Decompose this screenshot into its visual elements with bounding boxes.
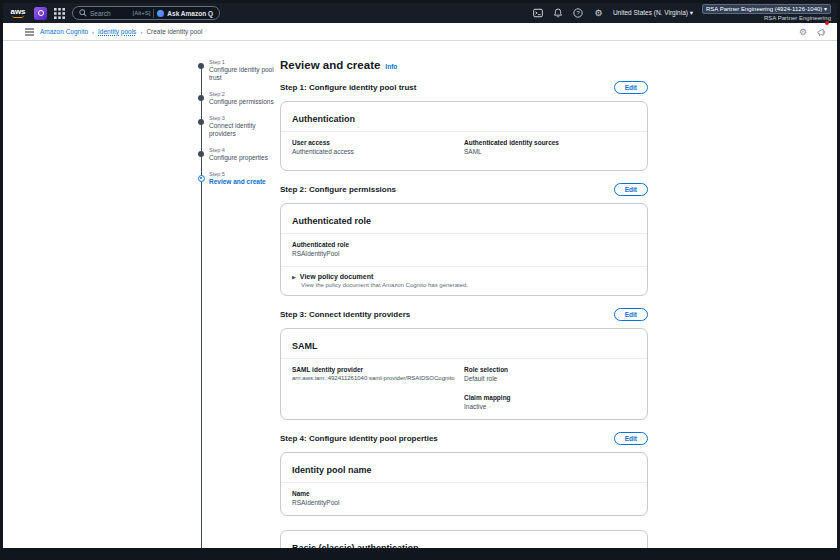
breadcrumb: Amazon Cognito › Identity pools › Create… bbox=[40, 28, 202, 35]
notifications-bell-icon[interactable] bbox=[553, 8, 564, 19]
field-label: Authenticated role bbox=[292, 240, 636, 249]
step-bullet bbox=[198, 151, 204, 157]
identity-pool-name-card: Identity pool name Name RSAIdentityPool bbox=[280, 452, 648, 516]
field-value: Default role bbox=[464, 374, 636, 383]
amazon-q-icon bbox=[157, 10, 164, 17]
edit-step1-button[interactable]: Edit bbox=[614, 81, 648, 94]
edit-step2-button[interactable]: Edit bbox=[614, 183, 648, 196]
step-bullet bbox=[198, 63, 204, 69]
step-bullet bbox=[198, 119, 204, 125]
page-settings-gear-icon[interactable]: ⚙ bbox=[799, 27, 807, 37]
cognito-service-icon[interactable] bbox=[34, 7, 47, 20]
card-header-saml: SAML bbox=[292, 341, 318, 351]
section-title-step1: Step 1: Configure identity pool trust bbox=[280, 83, 416, 92]
breadcrumb-identity-pools[interactable]: Identity pools bbox=[98, 28, 136, 35]
expander-title: View policy document bbox=[300, 273, 373, 280]
field-label: Name bbox=[292, 489, 636, 498]
search-input[interactable] bbox=[90, 10, 130, 17]
breadcrumb-separator: › bbox=[92, 29, 94, 35]
ask-amazon-q-button[interactable]: Ask Amazon Q bbox=[157, 10, 215, 17]
account-menu[interactable]: RSA Partner Engineering (4924-1126-1040)… bbox=[702, 4, 831, 14]
field-label: SAML identity provider bbox=[292, 365, 464, 374]
divider bbox=[153, 9, 154, 18]
saml-card: SAML SAML identity provider arn:aws:iam:… bbox=[280, 328, 648, 420]
field-value: RSAIdentityPool bbox=[292, 498, 636, 507]
notification-dot bbox=[825, 21, 829, 25]
search-icon bbox=[79, 9, 87, 17]
wizard-step-4[interactable]: Step 4 Configure properties bbox=[209, 147, 280, 162]
breadcrumb-separator: › bbox=[140, 29, 142, 35]
card-header-authenticated-role: Authenticated role bbox=[292, 216, 371, 226]
hamburger-menu-icon[interactable] bbox=[25, 28, 34, 36]
app-window: aws [Alt+S] Ask Amazon Q ? bbox=[0, 0, 840, 560]
services-grid-icon[interactable] bbox=[54, 8, 65, 19]
top-nav-bar: aws [Alt+S] Ask Amazon Q ? bbox=[3, 3, 837, 23]
step-bullet bbox=[198, 95, 204, 101]
wizard-step-5-active[interactable]: Step 5 Review and create bbox=[209, 171, 280, 186]
card-header-basic-auth: Basic (classic) authentication bbox=[292, 543, 419, 553]
account-name-label: RSA Partner Engineering bbox=[764, 14, 831, 22]
field-value: SAML bbox=[464, 147, 636, 156]
wizard-step-1[interactable]: Step 1 Configure identity pool trust bbox=[209, 59, 280, 82]
authentication-card: Authentication User access Authenticated… bbox=[280, 101, 648, 171]
card-header-identity-pool-name: Identity pool name bbox=[292, 465, 372, 475]
field-label: Role selection bbox=[464, 365, 636, 374]
breadcrumb-current: Create identity pool bbox=[146, 28, 202, 35]
section-title-step3: Step 3: Connect identity providers bbox=[280, 310, 410, 319]
authenticated-role-card: Authenticated role Authenticated role RS… bbox=[280, 203, 648, 296]
cloudshell-icon[interactable] bbox=[533, 8, 544, 19]
view-policy-expander[interactable]: ▶ View policy document View the policy d… bbox=[281, 266, 647, 295]
expander-caret-icon: ▶ bbox=[292, 274, 296, 280]
help-icon[interactable]: ? bbox=[573, 8, 584, 19]
basic-auth-card: Basic (classic) authentication Basic aut… bbox=[280, 530, 648, 560]
aws-logo[interactable]: aws bbox=[9, 8, 27, 18]
main-panel: Review and create Info Step 1: Configure… bbox=[280, 59, 648, 560]
field-value: Inactive bbox=[464, 402, 636, 411]
page-title: Review and create bbox=[280, 59, 380, 71]
field-value: Authenticated access bbox=[292, 147, 464, 156]
steps-rail bbox=[201, 65, 203, 560]
field-label: User access bbox=[292, 138, 464, 147]
wizard-steps-nav: Step 1 Configure identity pool trust Ste… bbox=[198, 59, 280, 560]
feedback-megaphone-icon[interactable] bbox=[817, 23, 827, 41]
wizard-step-3[interactable]: Step 3 Connect identity providers bbox=[209, 115, 280, 138]
aws-smile-icon bbox=[12, 15, 24, 18]
svg-text:?: ? bbox=[577, 10, 581, 16]
field-label: Claim mapping bbox=[464, 393, 636, 402]
card-header-authentication: Authentication bbox=[292, 114, 355, 124]
section-title-step4: Step 4: Configure identity pool properti… bbox=[280, 434, 438, 443]
breadcrumb-amazon-cognito[interactable]: Amazon Cognito bbox=[40, 28, 88, 35]
region-selector[interactable]: United States (N. Virginia) ▾ bbox=[613, 9, 693, 17]
search-shortcut-hint: [Alt+S] bbox=[133, 10, 151, 16]
info-link[interactable]: Info bbox=[385, 63, 397, 70]
field-value: RSAIdentityPool bbox=[292, 249, 636, 258]
breadcrumb-bar: Amazon Cognito › Identity pools › Create… bbox=[3, 23, 837, 41]
wizard-step-2[interactable]: Step 2 Configure permissions bbox=[209, 91, 280, 106]
step-bullet-active bbox=[198, 175, 205, 182]
saml-provider-arn: arn:aws:iam::492411261040:saml-provider/… bbox=[292, 374, 464, 383]
global-search[interactable]: [Alt+S] Ask Amazon Q bbox=[72, 6, 220, 20]
expander-description: View the policy document that Amazon Cog… bbox=[301, 282, 636, 288]
page-content: Step 1 Configure identity pool trust Ste… bbox=[3, 41, 837, 560]
settings-gear-icon[interactable]: ⚙ bbox=[593, 8, 604, 19]
edit-step3-button[interactable]: Edit bbox=[614, 308, 648, 321]
section-title-step2: Step 2: Configure permissions bbox=[280, 185, 396, 194]
field-label: Authenticated identity sources bbox=[464, 138, 636, 147]
edit-step4-button[interactable]: Edit bbox=[614, 432, 648, 445]
